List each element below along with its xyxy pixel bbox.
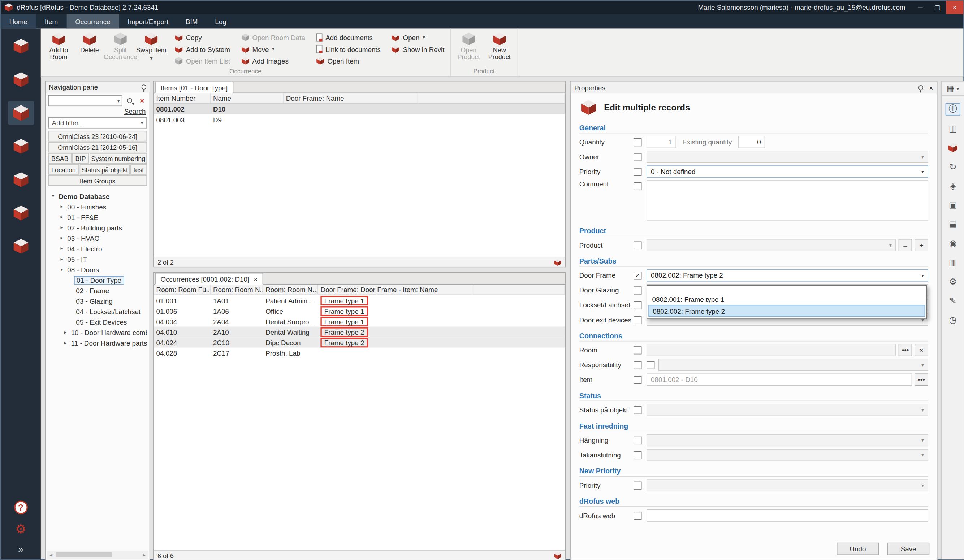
tree-node-door-hardware-parts[interactable]: ▸11 - Door Hardware parts [48, 338, 147, 348]
tree-node-doors[interactable]: ▾08 - Doors [48, 264, 147, 275]
priority-checkbox[interactable] [633, 168, 642, 176]
drofus-web-input[interactable] [646, 510, 928, 522]
priority-select[interactable]: 0 - Not defined ▾ [646, 165, 928, 177]
open-item-list-button[interactable]: Open Item List [171, 55, 233, 67]
search-button[interactable] [124, 95, 135, 106]
col-item-number[interactable]: Item Number [154, 93, 210, 103]
tab-import-export[interactable]: Import/Export [119, 14, 177, 28]
tab-item[interactable]: Item [36, 14, 67, 28]
help-icon[interactable]: ? [14, 501, 28, 514]
tree-node-lockset[interactable]: 04 - Lockset/Latchset [48, 306, 147, 317]
dropdown-option-selected[interactable]: 0802.002: Frame type 2 [648, 305, 925, 317]
filter-test-button[interactable]: test [130, 164, 147, 175]
add-product-button[interactable]: + [915, 239, 928, 251]
open-item-button[interactable]: Open Item [313, 55, 384, 67]
collapse-icon[interactable]: ▾ [49, 193, 57, 199]
filter-bip-button[interactable]: BIP [72, 153, 89, 164]
tree-node-ffe[interactable]: ▸01 - FF&E [48, 212, 147, 222]
search-link[interactable]: Search [48, 107, 146, 115]
maximize-button[interactable]: ▢ [929, 1, 946, 15]
tab-home[interactable]: Home [1, 14, 36, 28]
tab-bim[interactable]: BIM [177, 14, 206, 28]
pin-icon[interactable] [918, 85, 923, 90]
table-row[interactable]: 04.024 2C10 Dipc Decon Frame type 2 [154, 337, 565, 348]
room-clear-button[interactable]: × [915, 344, 928, 356]
systems-module-icon[interactable] [8, 135, 34, 158]
col-door-frame-name[interactable]: Door Frame: Name [283, 93, 418, 103]
expand-icon[interactable]: ▸ [58, 235, 66, 241]
add-filter-select[interactable]: Add filter... ▾ [48, 117, 147, 129]
tree-node-door-hardware-combinations[interactable]: ▸10 - Door Hardware combir [48, 327, 147, 338]
close-button[interactable]: × [946, 1, 963, 15]
filter-system-numbering-button[interactable]: System numbering [90, 153, 147, 164]
clear-search-icon[interactable]: × [137, 95, 147, 106]
responsibility-select[interactable]: ▾ [658, 358, 928, 371]
documents-module-icon[interactable] [8, 235, 34, 258]
tree-node-glazing[interactable]: 03 - Glazing [48, 296, 147, 306]
settings-icon[interactable]: ⚙ [946, 275, 961, 288]
tree-node-finishes[interactable]: ▸00 - Finishes [48, 201, 147, 212]
save-button[interactable]: Save [887, 543, 929, 555]
filter-item-groups-button[interactable]: Item Groups [48, 176, 147, 186]
col-room-name[interactable]: Room: Room N... [263, 285, 318, 294]
door-icon[interactable] [554, 552, 562, 559]
documents-icon[interactable]: ▤ [946, 218, 961, 230]
open-button[interactable]: Open ▾ [389, 31, 448, 43]
hangning-select[interactable]: ▾ [646, 434, 928, 446]
table-row[interactable]: 04.010 2A10 Dental Waiting Frame type 2 [154, 326, 565, 337]
split-occurrence-button[interactable]: Split Occurrence [105, 29, 136, 60]
room-input[interactable] [646, 344, 896, 356]
filter-location-button[interactable]: Location [48, 164, 79, 175]
info-icon[interactable]: ⓘ [946, 103, 961, 116]
tab-occurrence[interactable]: Occurrence [67, 14, 119, 28]
expand-icon[interactable]: ▸ [58, 246, 66, 251]
parts-icon[interactable]: ▥ [946, 256, 961, 269]
settings-gear-icon[interactable]: ⚙ [15, 523, 26, 535]
table-row[interactable]: 04.028 2C17 Prosth. Lab [154, 348, 565, 358]
tree-node-building-parts[interactable]: ▸02 - Building parts [48, 222, 147, 233]
quantity-input[interactable]: 1 [646, 136, 676, 148]
expand-icon[interactable]: ▸ [62, 340, 69, 345]
col-name[interactable]: Name [210, 93, 283, 103]
delete-button[interactable]: Delete [74, 29, 105, 54]
scrollbar-thumb[interactable] [56, 552, 112, 557]
items-tab[interactable]: Items [01 - Door Type] [155, 81, 233, 93]
open-product-button[interactable]: Open Product [453, 29, 484, 60]
camera-icon[interactable]: ◉ [946, 237, 961, 249]
horizontal-scrollbar[interactable]: ◂ ▸ [47, 550, 148, 558]
tree-node-exit-devices[interactable]: 05 - Exit Devices [48, 317, 147, 327]
responsibility-checkbox[interactable] [633, 361, 642, 369]
expand-icon[interactable]: ▸ [58, 256, 66, 262]
table-row[interactable]: 01.001 1A01 Patient Admin... Frame type … [154, 295, 565, 306]
lockset-checkbox[interactable] [633, 301, 642, 309]
col-room-number[interactable]: Room: Room N... [210, 285, 263, 294]
sync-icon[interactable]: ↻ [946, 161, 961, 173]
swap-item-button[interactable]: Swap item ▾ [136, 29, 166, 62]
link-to-documents-button[interactable]: Link to documents [313, 43, 384, 55]
door-exit-devices-checkbox[interactable] [633, 316, 642, 324]
open-room-data-button[interactable]: Open Room Data [238, 31, 308, 43]
collapse-icon[interactable]: ▾ [58, 267, 66, 272]
hangning-checkbox[interactable] [633, 436, 642, 444]
tree-node-electro[interactable]: ▸04 - Electro [48, 243, 147, 254]
move-button[interactable]: Move ▾ [238, 43, 308, 55]
close-tab-icon[interactable]: × [254, 275, 257, 283]
scroll-right-icon[interactable]: ▸ [140, 552, 148, 558]
goto-product-button[interactable]: → [899, 239, 912, 251]
search-input[interactable]: ▾ [48, 95, 122, 106]
status-pa-objekt-checkbox[interactable] [633, 406, 642, 414]
tree-node-door-type[interactable]: 01 - Door Type [48, 275, 147, 285]
table-row[interactable]: 04.004 2A04 Dental Surgeo... Frame type … [154, 316, 565, 326]
filter-omniclass23-button[interactable]: OmniClass 23 [2010-06-24] [48, 131, 147, 141]
add-images-button[interactable]: Add Images [238, 55, 308, 67]
drofus-web-checkbox[interactable] [633, 512, 642, 519]
product-select[interactable]: ▾ [646, 239, 896, 251]
new-product-button[interactable]: New Product [484, 29, 515, 60]
scroll-left-icon[interactable]: ◂ [47, 552, 55, 558]
occurrence-properties-icon[interactable] [946, 142, 961, 154]
undo-button[interactable]: Undo [837, 543, 879, 555]
edit-icon[interactable]: ✎ [946, 295, 961, 307]
add-to-system-button[interactable]: Add to System [171, 43, 233, 55]
tree-node-demo-database[interactable]: ▾Demo Database [48, 190, 147, 201]
col-door-frame-item-name[interactable]: Door Frame: Door Frame - Item: Name [318, 285, 472, 294]
